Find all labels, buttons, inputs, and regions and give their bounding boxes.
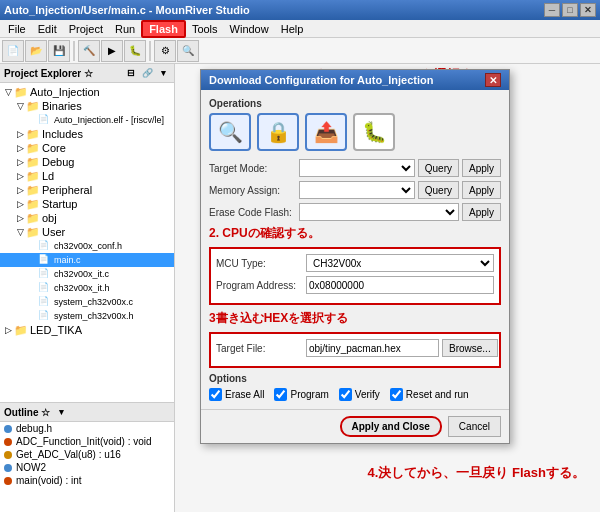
tree-item-includes[interactable]: ▷ 📁 Includes (0, 127, 174, 141)
toolbar-debug[interactable]: 🐛 (124, 40, 146, 62)
checkbox-program[interactable]: Program (274, 388, 328, 401)
toolbar-save[interactable]: 💾 (48, 40, 70, 62)
memory-apply-btn[interactable]: Apply (462, 181, 501, 199)
menu-project[interactable]: Project (63, 22, 109, 36)
checkbox-verify-input[interactable] (339, 388, 352, 401)
outline-dot-debug (4, 425, 12, 433)
window-title: Auto_Injection/User/main.c - MounRiver S… (4, 4, 250, 16)
checkbox-program-input[interactable] (274, 388, 287, 401)
toolbar-run[interactable]: ▶ (101, 40, 123, 62)
tree-item-it-c[interactable]: 📄 ch32v00x_it.c (0, 267, 174, 281)
tree-item-debug[interactable]: ▷ 📁 Debug (0, 155, 174, 169)
memory-assign-row: Memory Assign: Query Apply (209, 181, 501, 199)
tree-label-peripheral: Peripheral (42, 184, 92, 196)
tree-item-sys-h[interactable]: 📄 system_ch32v00x.h (0, 309, 174, 323)
folder-icon-ld: 📁 (26, 170, 40, 182)
toolbar-new[interactable]: 📄 (2, 40, 24, 62)
tree-item-startup[interactable]: ▷ 📁 Startup (0, 197, 174, 211)
left-panel: Project Explorer ☆ ⊟ 🔗 ▾ ▽ 📁 Auto_Inject… (0, 64, 175, 512)
tree-item-binaries[interactable]: ▽ 📁 Binaries (0, 99, 174, 113)
outline-item-now2[interactable]: NOW2 (0, 461, 174, 474)
panel-collapse-icon[interactable]: ⊟ (124, 66, 138, 80)
op-icon-erase[interactable]: 🔍 (209, 113, 251, 151)
panel-link-icon[interactable]: 🔗 (140, 66, 154, 80)
target-mode-apply-btn[interactable]: Apply (462, 159, 501, 177)
tree-item-ld[interactable]: ▷ 📁 Ld (0, 169, 174, 183)
tree-item-led-tika[interactable]: ▷ 📁 LED_TIKA (0, 323, 174, 337)
outline-label-adc: ADC_Function_Init(void) : void (16, 436, 152, 447)
erase-flash-select[interactable] (299, 203, 459, 221)
dialog-close-button[interactable]: ✕ (485, 73, 501, 87)
target-file-input[interactable] (306, 339, 439, 357)
toolbar-extra2[interactable]: 🔍 (177, 40, 199, 62)
erase-flash-row: Erase Code Flash: Apply (209, 203, 501, 221)
toolbar-open[interactable]: 📂 (25, 40, 47, 62)
menu-run[interactable]: Run (109, 22, 141, 36)
outline-label-debug: debug.h (16, 423, 52, 434)
op-icon-verify[interactable]: 📤 (305, 113, 347, 151)
tree-item-peripheral[interactable]: ▷ 📁 Peripheral (0, 183, 174, 197)
checkbox-verify[interactable]: Verify (339, 388, 380, 401)
program-address-row: Program Address: (216, 276, 494, 294)
outline-item-debug[interactable]: debug.h (0, 422, 174, 435)
toolbar-sep-1 (73, 41, 75, 61)
apply-and-close-button[interactable]: Apply and Close (340, 416, 442, 437)
tree-arrow-startup: ▷ (14, 199, 26, 209)
erase-flash-label: Erase Code Flash: (209, 207, 299, 218)
op-icon-program[interactable]: 🔒 (257, 113, 299, 151)
maximize-button[interactable]: □ (562, 3, 578, 17)
erase-apply-btn[interactable]: Apply (462, 203, 501, 221)
menu-edit[interactable]: Edit (32, 22, 63, 36)
operations-label: Operations (209, 98, 501, 109)
annotation-3: 3書き込むHEXを選択する (209, 310, 501, 327)
toolbar-extra1[interactable]: ⚙ (154, 40, 176, 62)
cancel-button[interactable]: Cancel (448, 416, 501, 437)
menu-file[interactable]: File (2, 22, 32, 36)
tree-label-elf: Auto_Injection.elf - [riscv/le] (54, 115, 164, 125)
tree-label-binaries: Binaries (42, 100, 82, 112)
tree-item-obj[interactable]: ▷ 📁 obj (0, 211, 174, 225)
checkbox-reset-run-label: Reset and run (406, 389, 469, 400)
tree-item-conf-h[interactable]: 📄 ch32v00x_conf.h (0, 239, 174, 253)
outline-item-main[interactable]: main(void) : int (0, 474, 174, 487)
tree-item-user[interactable]: ▽ 📁 User (0, 225, 174, 239)
menu-window[interactable]: Window (224, 22, 275, 36)
mcu-type-row: MCU Type: CH32V00x (216, 254, 494, 272)
checkbox-reset-run-input[interactable] (390, 388, 403, 401)
menu-help[interactable]: Help (275, 22, 310, 36)
toolbar-build[interactable]: 🔨 (78, 40, 100, 62)
outline-item-get-adc[interactable]: Get_ADC_Val(u8) : u16 (0, 448, 174, 461)
project-explorer-label: Project Explorer ☆ (4, 68, 93, 79)
tree-item-auto-injection[interactable]: ▽ 📁 Auto_Injection (0, 85, 174, 99)
memory-query-btn[interactable]: Query (418, 181, 459, 199)
program-address-input[interactable] (306, 276, 494, 294)
menu-tools[interactable]: Tools (186, 22, 224, 36)
target-mode-label: Target Mode: (209, 163, 299, 174)
op-icon-debug[interactable]: 🐛 (353, 113, 395, 151)
target-mode-select[interactable] (299, 159, 415, 177)
outline-item-adc-init[interactable]: ADC_Function_Init(void) : void (0, 435, 174, 448)
target-mode-query-btn[interactable]: Query (418, 159, 459, 177)
memory-assign-label: Memory Assign: (209, 185, 299, 196)
tree-item-elf[interactable]: 📄 Auto_Injection.elf - [riscv/le] (0, 113, 174, 127)
outline-menu-icon[interactable]: ▾ (54, 405, 68, 419)
mcu-type-select[interactable]: CH32V00x (306, 254, 494, 272)
tree-item-core[interactable]: ▷ 📁 Core (0, 141, 174, 155)
checkbox-erase-all[interactable]: Erase All (209, 388, 264, 401)
tree-item-it-h[interactable]: 📄 ch32v00x_it.h (0, 281, 174, 295)
tree-item-main-c[interactable]: 📄 main.c (0, 253, 174, 267)
options-label: Options (209, 373, 501, 384)
checkbox-reset-run[interactable]: Reset and run (390, 388, 469, 401)
tree-arrow-core: ▷ (14, 143, 26, 153)
panel-menu-icon[interactable]: ▾ (156, 66, 170, 80)
dialog-body: Operations 🔍 🔒 📤 🐛 Target Mode: Query Ap… (201, 90, 509, 409)
close-button[interactable]: ✕ (580, 3, 596, 17)
minimize-button[interactable]: ─ (544, 3, 560, 17)
memory-assign-select[interactable] (299, 181, 415, 199)
main-layout: Project Explorer ☆ ⊟ 🔗 ▾ ▽ 📁 Auto_Inject… (0, 64, 600, 512)
menu-flash[interactable]: Flash (141, 20, 186, 38)
checkbox-erase-all-input[interactable] (209, 388, 222, 401)
tree-item-sys-c[interactable]: 📄 system_ch32v00x.c (0, 295, 174, 309)
tree-arrow-led: ▷ (2, 325, 14, 335)
browse-button[interactable]: Browse... (442, 339, 498, 357)
